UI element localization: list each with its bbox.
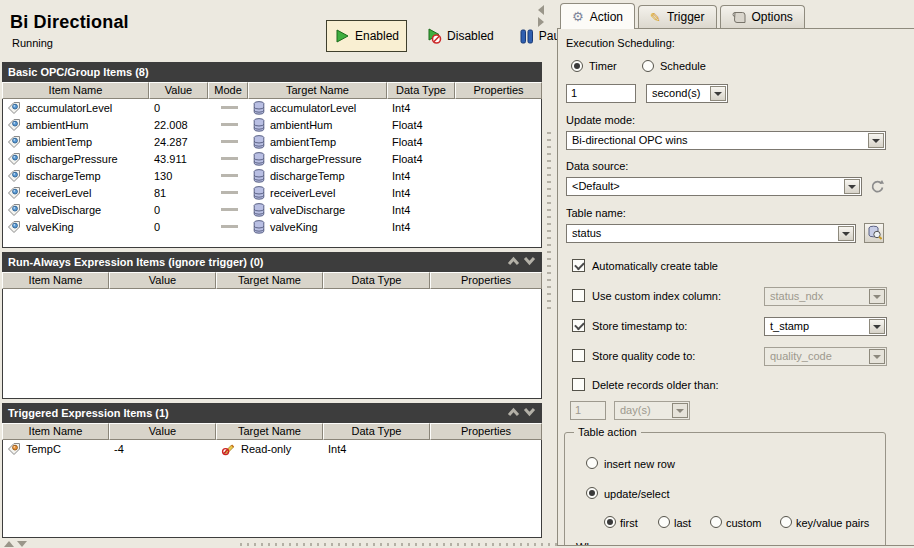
target-name-cell: valveKing — [249, 220, 388, 234]
pause-icon — [520, 29, 534, 44]
basic-opc-items-table: Basic OPC/Group Items (8) Item Name Valu… — [2, 62, 542, 248]
triggered-table-header: Item Name Value Target Name Data Type Pr… — [2, 423, 542, 440]
database-icon — [253, 118, 265, 132]
chevron-down-icon — [672, 403, 688, 418]
value-cell: 0 — [150, 102, 209, 114]
scroll-icon — [732, 11, 746, 24]
move-down-icon[interactable] — [523, 407, 536, 419]
group-status: Running — [12, 37, 53, 49]
key-value-pairs-radio[interactable] — [780, 516, 792, 528]
column-header[interactable]: Target Name — [216, 272, 323, 289]
last-radio-label: last — [674, 517, 691, 529]
table-name-select[interactable]: status — [566, 224, 856, 243]
store-quality-label: Store quality code to: — [592, 350, 695, 362]
chevron-down-icon[interactable] — [710, 86, 726, 101]
mode-cell — [209, 106, 249, 109]
first-radio[interactable] — [604, 516, 616, 528]
custom-index-checkbox[interactable] — [572, 289, 585, 302]
chevron-down-icon[interactable] — [868, 133, 884, 148]
database-icon — [253, 203, 265, 217]
table-row[interactable]: dischargePressure43.911dischargePressure… — [3, 150, 541, 167]
custom-index-select: status_ndx — [764, 287, 887, 306]
value-cell: 0 — [150, 221, 209, 233]
interval-unit-select[interactable]: second(s) — [646, 84, 728, 103]
column-header[interactable]: Value — [109, 423, 216, 440]
scroll-up-mini-icon[interactable] — [4, 541, 14, 547]
scroll-down-mini-icon[interactable] — [17, 541, 27, 547]
splitter-collapse-right-icon[interactable] — [538, 17, 544, 27]
vertical-splitter[interactable] — [547, 132, 551, 312]
chevron-down-icon[interactable] — [844, 179, 860, 194]
column-header[interactable]: Value — [149, 82, 208, 99]
store-timestamp-checkbox[interactable] — [572, 319, 585, 332]
column-header[interactable]: Data Type — [387, 82, 455, 99]
table-row[interactable]: dischargeTemp130dischargeTempInt4 — [3, 167, 541, 184]
column-header[interactable]: Data Type — [323, 272, 430, 289]
table-row[interactable]: ambientHum22.008ambientHumFloat4 — [3, 116, 541, 133]
database-icon — [253, 186, 265, 200]
data-type-cell: Float4 — [388, 119, 456, 131]
column-header[interactable]: Item Name — [2, 272, 109, 289]
last-radio[interactable] — [658, 516, 670, 528]
item-name-cell: TempC — [3, 442, 110, 456]
auto-create-table-checkbox[interactable] — [572, 259, 585, 272]
column-header[interactable]: Value — [109, 272, 216, 289]
target-name-cell: valveDischarge — [249, 203, 388, 217]
tab-trigger[interactable]: ✎ Trigger — [638, 5, 716, 28]
run-always-table-header: Item Name Value Target Name Data Type Pr… — [2, 272, 542, 289]
refresh-icon[interactable] — [869, 178, 885, 196]
play-icon — [334, 28, 350, 44]
chevron-down-icon[interactable] — [869, 319, 885, 334]
column-header[interactable]: Properties — [455, 82, 542, 99]
triggered-items-table: Triggered Expression Items (1) Item Name… — [2, 403, 542, 538]
table-row[interactable]: accumulatorLevel0accumulatorLevelInt4 — [3, 99, 541, 116]
value-cell: 22.008 — [150, 119, 209, 131]
enabled-button[interactable]: Enabled — [326, 20, 407, 52]
move-up-icon[interactable] — [507, 256, 520, 268]
disabled-button[interactable]: Disabled — [419, 21, 501, 51]
timer-radio[interactable] — [571, 60, 583, 72]
opc-tag-icon — [7, 220, 21, 234]
splitter-collapse-left-icon[interactable] — [538, 5, 544, 15]
schedule-radio[interactable] — [642, 60, 654, 72]
table-row[interactable]: ambientTemp24.287ambientTempFloat4 — [3, 133, 541, 150]
value-cell: 24.287 — [150, 136, 209, 148]
mode-cell — [209, 208, 249, 211]
table-row[interactable]: TempC-4Read-onlyInt4 — [3, 440, 541, 457]
column-header[interactable]: Properties — [430, 423, 542, 440]
tab-options[interactable]: Options — [720, 5, 805, 28]
custom-index-label: Use custom index column: — [592, 290, 721, 302]
target-name-cell: receiverLevel — [249, 186, 388, 200]
column-header[interactable]: Properties — [430, 272, 542, 289]
table-row[interactable]: valveDischarge0valveDischargeInt4 — [3, 201, 541, 218]
table-row[interactable]: receiverLevel81receiverLevelInt4 — [3, 184, 541, 201]
move-down-icon[interactable] — [523, 256, 536, 268]
column-header[interactable]: Item Name — [2, 423, 109, 440]
value-cell: 43.911 — [150, 153, 209, 165]
update-mode-select[interactable]: Bi-directional OPC wins — [566, 131, 886, 150]
custom-radio[interactable] — [710, 516, 722, 528]
update-select-radio[interactable] — [586, 487, 598, 499]
column-header[interactable]: Data Type — [323, 423, 430, 440]
basic-table-body: accumulatorLevel0accumulatorLevelInt4amb… — [2, 99, 542, 248]
mode-cell — [209, 225, 249, 228]
chevron-down-icon[interactable] — [838, 226, 854, 241]
delete-older-checkbox[interactable] — [572, 378, 585, 391]
insert-new-row-radio[interactable] — [586, 457, 598, 469]
column-header[interactable]: Item Name — [2, 82, 149, 99]
column-header[interactable]: Mode — [208, 82, 248, 99]
column-header[interactable]: Target Name — [248, 82, 387, 99]
mode-dash-icon — [221, 123, 238, 126]
browse-table-button[interactable] — [864, 223, 884, 243]
store-timestamp-select[interactable]: t_stamp — [764, 317, 887, 336]
table-row[interactable]: valveKing0valveKingInt4 — [3, 218, 541, 235]
tab-action[interactable]: ⚙ Action — [560, 3, 635, 29]
column-header[interactable]: Target Name — [216, 423, 323, 440]
data-source-select[interactable]: <Default> — [566, 177, 862, 196]
database-icon — [253, 135, 265, 149]
first-radio-label: first — [620, 517, 638, 529]
store-quality-checkbox[interactable] — [572, 349, 585, 362]
interval-input[interactable]: 1 — [566, 84, 636, 103]
run-always-items-table: Run-Always Expression Items (ignore trig… — [2, 252, 542, 399]
move-up-icon[interactable] — [507, 407, 520, 419]
